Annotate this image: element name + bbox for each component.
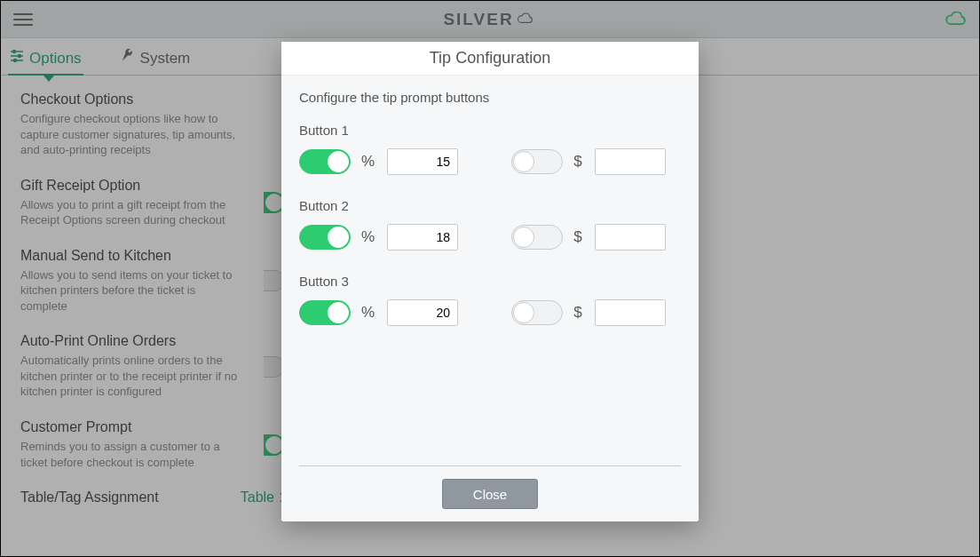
tip-config-modal: Tip Configuration Configure the tip prom… xyxy=(281,42,699,521)
tip-button-2-label: Button 2 xyxy=(299,198,681,213)
app-root: SILVER Options System Checkout Opti xyxy=(1,1,979,556)
tip-button-3-dollar-input[interactable] xyxy=(595,299,666,326)
dollar-unit: $ xyxy=(573,228,581,246)
tip-button-1-percent-toggle[interactable] xyxy=(299,149,351,174)
tip-button-3-percent-input[interactable] xyxy=(387,299,458,326)
modal-footer: Close xyxy=(281,466,699,521)
modal-description: Configure the tip prompt buttons xyxy=(299,90,681,105)
tip-button-1-dollar-toggle[interactable] xyxy=(511,149,563,174)
tip-button-1-label: Button 1 xyxy=(299,123,681,138)
tip-button-1-group: Button 1 % $ xyxy=(299,123,681,175)
tip-button-3-percent-toggle[interactable] xyxy=(299,300,351,325)
tip-button-2-percent-toggle[interactable] xyxy=(299,225,351,250)
tip-button-2-percent-input[interactable] xyxy=(387,224,458,251)
modal-title: Tip Configuration xyxy=(281,42,699,76)
tip-button-3-dollar-toggle[interactable] xyxy=(511,300,563,325)
percent-unit: % xyxy=(361,153,375,171)
tip-button-3-group: Button 3 % $ xyxy=(299,274,681,326)
tip-button-2-group: Button 2 % $ xyxy=(299,198,681,251)
modal-body: Configure the tip prompt buttons Button … xyxy=(281,76,699,465)
percent-unit: % xyxy=(361,304,375,322)
percent-unit: % xyxy=(361,228,375,246)
tip-button-2-dollar-input[interactable] xyxy=(595,224,666,251)
tip-button-2-dollar-toggle[interactable] xyxy=(511,225,563,250)
tip-button-1-dollar-input[interactable] xyxy=(595,148,666,175)
tip-button-1-percent-input[interactable] xyxy=(387,148,458,175)
dollar-unit: $ xyxy=(573,153,581,171)
close-button[interactable]: Close xyxy=(442,479,538,509)
dollar-unit: $ xyxy=(573,304,581,322)
tip-button-3-label: Button 3 xyxy=(299,274,681,289)
